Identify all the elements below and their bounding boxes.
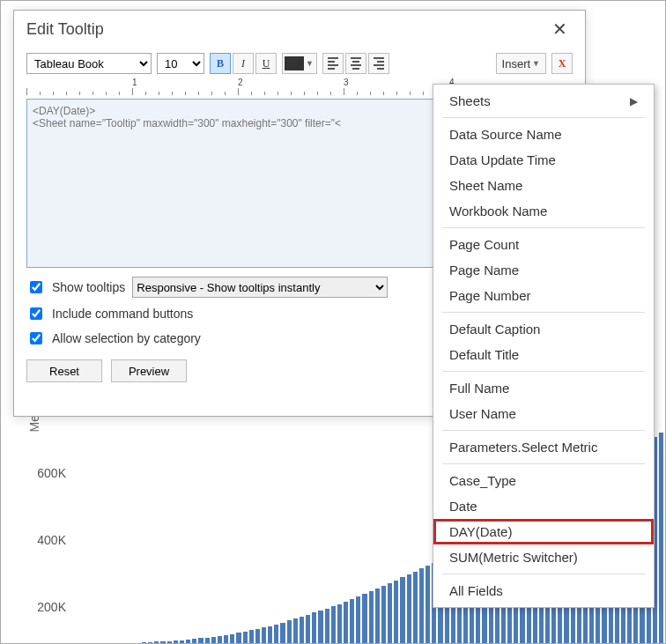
bar (337, 604, 342, 644)
menu-item-sheets[interactable]: Sheets ▶ (433, 88, 654, 114)
bar (268, 626, 272, 644)
bar (375, 588, 380, 644)
bar (318, 611, 322, 644)
bar (230, 634, 234, 644)
font-color-picker[interactable]: ▼ (282, 53, 317, 74)
menu-item-page-number[interactable]: Page Number (433, 283, 654, 308)
bar (211, 637, 216, 644)
bar (413, 572, 418, 644)
menu-item-all-fields[interactable]: All Fields (433, 578, 654, 603)
menu-label: Page Number (449, 288, 531, 303)
bar (205, 638, 210, 644)
menu-label: Page Count (449, 237, 519, 252)
allow-selection-checkbox[interactable] (30, 332, 42, 344)
menu-label: Workbook Name (449, 204, 547, 218)
bar (224, 635, 228, 644)
bar (243, 632, 248, 644)
menu-item-default-caption[interactable]: Default Caption (433, 316, 654, 342)
ruler-num: 3 (344, 78, 349, 87)
menu-item-parameters[interactable]: Parameters.Select Metric (433, 434, 654, 460)
italic-button[interactable]: I (233, 53, 254, 74)
menu-item-day-date[interactable]: DAY(Date) (433, 519, 654, 544)
bar (356, 596, 360, 644)
menu-item-page-count[interactable]: Page Count (433, 232, 654, 257)
font-select[interactable]: Tableau Book (26, 53, 152, 74)
menu-label: Sheet Name (449, 178, 522, 193)
insert-label: Insert (502, 57, 531, 70)
bar (369, 591, 374, 644)
menu-item-date[interactable]: Date (433, 493, 654, 519)
menu-item-page-name[interactable]: Page Name (433, 257, 654, 283)
menu-label: SUM(Metric Switcher) (449, 550, 578, 565)
insert-dropdown-menu: Sheets ▶ Data Source Name Data Update Ti… (433, 84, 655, 608)
menu-label: Sheets (449, 93, 491, 108)
menu-label: User Name (449, 406, 516, 421)
menu-item-dut[interactable]: Data Update Time (433, 147, 654, 173)
bar (426, 566, 430, 644)
menu-item-dsn[interactable]: Data Source Name (433, 122, 654, 147)
include-commands-label: Include command buttons (52, 307, 193, 321)
menu-label: Data Source Name (449, 127, 562, 142)
bar (287, 620, 292, 644)
align-right-button[interactable] (368, 53, 389, 74)
bar (400, 577, 404, 644)
clear-button[interactable]: X (551, 53, 573, 74)
bar (325, 609, 329, 644)
bar (255, 629, 260, 644)
format-toolbar: Tableau Book 10 B I U ▼ Insert ▼ X (14, 48, 585, 74)
chevron-down-icon: ▼ (306, 59, 314, 68)
menu-item-workbook-name[interactable]: Workbook Name (433, 198, 654, 224)
bar (186, 640, 190, 644)
menu-label: Default Caption (449, 322, 540, 337)
bar (249, 630, 254, 644)
font-size-select[interactable]: 10 (157, 53, 204, 74)
show-tooltips-checkbox[interactable] (30, 281, 42, 293)
menu-item-full-name[interactable]: Full Name (433, 375, 654, 401)
menu-item-case-type[interactable]: Case_Type (433, 468, 654, 493)
dialog-title: Edit Tooltip (26, 20, 104, 39)
close-icon[interactable]: ✕ (545, 15, 574, 43)
ruler-num: 1 (132, 78, 137, 87)
menu-item-sheet-name[interactable]: Sheet Name (433, 173, 654, 198)
bar (293, 618, 298, 644)
menu-label: Full Name (449, 381, 509, 396)
reset-button[interactable]: Reset (26, 359, 102, 382)
bar (198, 638, 203, 644)
bar (312, 612, 316, 644)
align-center-button[interactable] (345, 53, 366, 74)
bar (344, 602, 348, 644)
bar (180, 640, 184, 644)
bar (659, 433, 663, 644)
allow-selection-label: Allow selection by category (52, 331, 201, 345)
insert-menu-button[interactable]: Insert ▼ (496, 53, 546, 74)
menu-label: Date (449, 499, 477, 514)
bar (331, 606, 336, 644)
bar (174, 640, 178, 644)
bar (306, 615, 310, 644)
bar (192, 639, 196, 644)
bar (350, 599, 354, 644)
menu-label: DAY(Date) (449, 524, 512, 539)
menu-item-default-title[interactable]: Default Title (433, 342, 654, 367)
align-left-button[interactable] (322, 53, 344, 74)
underline-button[interactable]: U (255, 53, 277, 74)
bar (394, 581, 398, 644)
menu-label: Case_Type (449, 473, 516, 488)
chevron-down-icon: ▼ (532, 59, 540, 68)
editor-text: <Sheet name="Tooltip" maxwidth="300" max… (33, 117, 341, 130)
include-commands-checkbox[interactable] (30, 307, 42, 320)
menu-item-sum-metric[interactable]: SUM(Metric Switcher) (433, 544, 654, 570)
bar (362, 594, 366, 644)
bold-button[interactable]: B (210, 53, 231, 74)
preview-button[interactable]: Preview (111, 359, 187, 382)
bar (381, 586, 386, 644)
tooltip-behavior-select[interactable]: Responsive - Show tooltips instantly (132, 277, 388, 298)
bar (280, 623, 285, 645)
bar (218, 636, 222, 644)
color-chip-icon (285, 56, 304, 70)
bar (419, 568, 424, 644)
chevron-right-icon: ▶ (630, 95, 638, 107)
bar (300, 617, 304, 644)
menu-item-user-name[interactable]: User Name (433, 401, 654, 426)
menu-label: Data Update Time (449, 152, 556, 167)
